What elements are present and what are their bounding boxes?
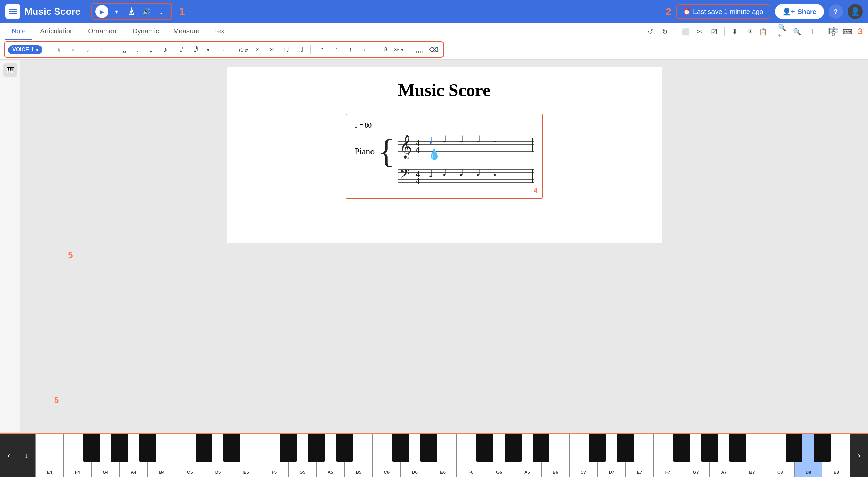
voice-select-button[interactable]: VOICE 1 ▾ (8, 45, 42, 54)
note-toolbar: VOICE 1 ▾ ♮ ♯ ♭ 𝄫 𝅝 𝅗𝅥 ♩ ♪ 𝅘𝅥𝅯 𝅘𝅥𝅰 • ⌢ r… (4, 41, 444, 58)
svg-text:♩: ♩ (459, 134, 464, 144)
piano-black-key[interactable] (420, 434, 437, 462)
piano-black-key[interactable] (729, 434, 746, 462)
svg-text:♩: ♩ (429, 169, 433, 179)
measure-number: 4 (534, 187, 537, 195)
bass-staff-lines: 𝄢 4 4 ♩ ♩ ♩ ♩ ♩ (398, 164, 534, 191)
piano-scroll-down-button[interactable]: ↓ (18, 434, 35, 477)
staff-area: Piano { (355, 133, 534, 191)
tab-text[interactable]: Text (208, 23, 233, 40)
sixteenth-note-button[interactable]: 𝅘𝅥𝅯 (174, 43, 186, 56)
ottava-down-button[interactable]: 8va▾ (393, 43, 405, 56)
play-button[interactable]: ▶ (95, 5, 108, 18)
grid-button[interactable]: ⌶ (807, 25, 819, 38)
eighth-note-button[interactable]: ♪ (159, 43, 171, 56)
svg-text:♩: ♩ (429, 135, 433, 146)
piano-scroll-up-button[interactable]: ‹ (0, 434, 18, 477)
piano-scroll-right-button[interactable]: › (850, 434, 868, 477)
divider (49, 45, 49, 54)
sharp-button[interactable]: ♯ (67, 43, 79, 56)
tab-ornament[interactable]: Ornament (82, 23, 124, 40)
piano-black-key[interactable] (336, 434, 353, 462)
svg-text:♩: ♩ (442, 134, 447, 144)
redo-button[interactable]: ↻ (659, 25, 671, 38)
piano-black-key[interactable] (673, 434, 690, 462)
help-button[interactable]: ? (829, 4, 843, 19)
tuner-button[interactable]: ♩ (155, 5, 168, 18)
zoom-out-button[interactable]: 🔍- (792, 25, 804, 38)
undo-button[interactable]: ↺ (645, 25, 657, 38)
cursor-button[interactable]: 𝄢 (251, 43, 264, 56)
flat-button[interactable]: ♭ (82, 43, 94, 56)
tab-measure[interactable]: Measure (167, 23, 206, 40)
ottava-up-button[interactable]: ↑8 (378, 43, 391, 56)
metronome-button[interactable] (125, 5, 138, 18)
user-avatar[interactable]: 👤 (848, 4, 863, 19)
instrument-label: Piano (355, 133, 375, 157)
whole-note-button[interactable]: 𝅝 (116, 43, 129, 56)
copy-button[interactable]: ⬜ (680, 25, 692, 38)
svg-rect-6 (416, 51, 417, 53)
thirty-second-note-button[interactable]: 𝅘𝅥𝅰 (188, 43, 200, 56)
instrument-panel-button[interactable]: 🎼 (827, 25, 839, 38)
app-title: Music Score (24, 6, 80, 17)
rest-half-button[interactable]: 𝄼 (329, 43, 341, 56)
tuplet-button[interactable]: r3ᴪ (237, 43, 249, 56)
keyboard-button[interactable]: ⌨ (842, 25, 854, 38)
piano-black-key[interactable] (83, 434, 100, 462)
divider (675, 27, 675, 36)
piano-black-key[interactable] (476, 434, 493, 462)
app-logo[interactable] (5, 4, 20, 19)
tempo-marking: ♩ = 80 (355, 121, 534, 129)
piano-black-key[interactable] (786, 434, 803, 462)
natural-button[interactable]: ♮ (53, 43, 65, 56)
scissors-button[interactable]: ✂ (266, 43, 278, 56)
tie-button[interactable]: ⌢ (216, 43, 229, 56)
piano-black-key[interactable] (111, 434, 128, 462)
piano-black-key[interactable] (223, 434, 240, 462)
stem-down-button[interactable]: ↓♩ (294, 43, 306, 56)
piano-black-key[interactable] (308, 434, 325, 462)
piano-panel-toggle[interactable]: 🎹 (3, 63, 17, 77)
share-button[interactable]: 👤+ Share (775, 4, 824, 19)
music-section[interactable]: ♩ = 80 Piano { (346, 114, 543, 199)
svg-text:♩: ♩ (459, 167, 464, 178)
tab-note[interactable]: Note (5, 23, 32, 40)
tab-dynamic[interactable]: Dynamic (126, 23, 165, 40)
zoom-in-button[interactable]: 🔍+ (778, 25, 790, 38)
quarter-note-button[interactable]: ♩ (145, 43, 157, 56)
speaker-button[interactable]: 🔊 (140, 5, 153, 18)
cut-button[interactable]: ✂ (694, 25, 706, 38)
delete-note-button[interactable]: ⌫ (428, 43, 440, 56)
toolbar-row1: Note Articulation Ornament Dynamic Measu… (0, 23, 868, 40)
dot-button[interactable]: • (202, 43, 214, 56)
half-note-button[interactable]: 𝅗𝅥 (131, 43, 143, 56)
piano-black-key[interactable] (701, 434, 718, 462)
staves: 𝄞 4 4 ♩ ♩ ♩ ♩ ♩ (398, 133, 534, 191)
export-button[interactable]: ⬇ (729, 25, 741, 38)
rest-whole-button[interactable]: 𝄻 (315, 43, 327, 56)
piano-black-key[interactable] (392, 434, 409, 462)
piano-white-key[interactable]: E4 (35, 434, 64, 477)
color-button[interactable] (413, 43, 426, 56)
piano-black-key[interactable] (814, 434, 831, 462)
stem-up-button[interactable]: ↑♩ (280, 43, 292, 56)
piano-black-key[interactable] (280, 434, 297, 462)
tab-articulation[interactable]: Articulation (34, 23, 80, 40)
print-button[interactable]: 🖨 (743, 25, 755, 38)
piano-black-key[interactable] (196, 434, 213, 462)
piano-black-key[interactable] (139, 434, 156, 462)
piano-black-key[interactable] (505, 434, 522, 462)
header-number-2: 2 (666, 6, 671, 17)
clipboard-button[interactable]: 📋 (757, 25, 770, 38)
rest-eighth-button[interactable]: 𝄾 (358, 43, 370, 56)
paste-button[interactable]: ☑ (708, 25, 720, 38)
rest-quarter-button[interactable]: 𝄽 (343, 43, 356, 56)
piano-black-key[interactable] (533, 434, 550, 462)
dropdown-arrow[interactable]: ▾ (110, 5, 123, 18)
save-status[interactable]: ⏰ Last save 1 minute ago (676, 4, 770, 19)
piano-black-key[interactable] (589, 434, 606, 462)
piano-black-key[interactable] (617, 434, 634, 462)
treble-staff: 𝄞 4 4 ♩ ♩ ♩ ♩ ♩ (398, 133, 534, 160)
double-flat-button[interactable]: 𝄫 (96, 43, 108, 56)
